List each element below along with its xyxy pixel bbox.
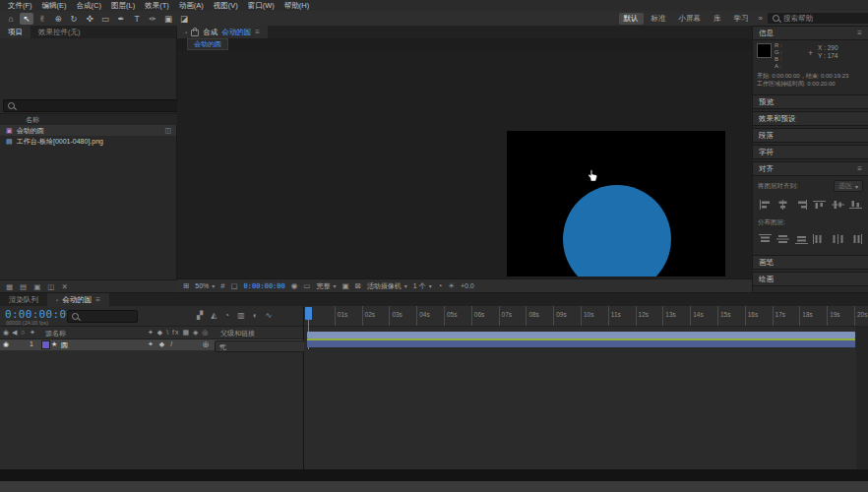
pixel-aspect-icon[interactable]: ◔: [438, 281, 443, 290]
mask-visibility-icon[interactable]: #: [220, 281, 224, 290]
camera-select[interactable]: 活动摄像机▾: [367, 281, 407, 291]
grid-options-icon[interactable]: ⊞: [183, 281, 189, 290]
eraser-tool-icon[interactable]: ◪: [177, 13, 191, 25]
align-panel-header[interactable]: 对齐 ≡: [753, 161, 868, 176]
trash-icon[interactable]: ✕: [61, 282, 67, 291]
workspace-tab[interactable]: 学习: [729, 13, 754, 25]
workspace-tab[interactable]: 标准: [647, 13, 671, 25]
menu-item[interactable]: 效果(T): [140, 1, 174, 11]
workspace-overflow-icon[interactable]: »: [759, 14, 763, 23]
tab-composition[interactable]: ▪ 合成 会动的圆 ≡: [177, 26, 268, 38]
align-left-icon[interactable]: [759, 196, 772, 214]
transparency-grid-icon[interactable]: ⊠: [355, 281, 361, 290]
viewer-timecode[interactable]: 0:00:00:00: [244, 282, 285, 290]
align-right-icon[interactable]: [795, 196, 808, 214]
help-search-input[interactable]: 搜索帮助: [768, 13, 868, 24]
distribute-left-icon[interactable]: [813, 230, 826, 248]
shy-icon[interactable]: ◔: [224, 311, 229, 320]
align-horizontal-center-icon[interactable]: [776, 196, 789, 214]
distribute-top-icon[interactable]: [759, 230, 772, 248]
distribute-vertical-center-icon[interactable]: [776, 230, 789, 248]
frame-blend-icon[interactable]: ▥: [237, 311, 245, 320]
panel-header[interactable]: 效果和预设: [753, 111, 868, 126]
composition-viewport[interactable]: [177, 50, 752, 279]
zoom-select[interactable]: 50%▾: [195, 282, 215, 289]
mini-flowchart-icon[interactable]: ▞: [197, 311, 203, 320]
menu-item[interactable]: 视图(V): [209, 1, 243, 11]
distribute-bottom-icon[interactable]: [795, 230, 808, 248]
zoom-tool-icon[interactable]: ⊕: [51, 13, 65, 25]
parent-link-column[interactable]: 父级和链接: [220, 329, 255, 338]
panel-menu-icon[interactable]: ≡: [857, 164, 862, 173]
project-item[interactable]: 工作台-板绘[0001-0480].png: [0, 136, 176, 147]
menu-item[interactable]: 图层(L): [106, 1, 140, 11]
layer-label-chip[interactable]: [41, 340, 50, 349]
comp-view-tab[interactable]: 会动的圆: [187, 38, 228, 50]
project-item[interactable]: 会动的圆: [0, 125, 176, 136]
roi-icon[interactable]: ▣: [341, 281, 348, 290]
color-depth-icon[interactable]: ◫: [47, 282, 54, 291]
project-search-input[interactable]: [3, 99, 180, 112]
hand-tool-icon[interactable]: ✌: [35, 13, 49, 25]
layer-name[interactable]: 圆: [61, 340, 68, 350]
draft-3d-icon[interactable]: ◭: [211, 311, 217, 320]
panel-header[interactable]: 字符: [753, 145, 868, 159]
tab-render-queue[interactable]: 渲染队列: [0, 293, 47, 306]
workspace-tab[interactable]: 库: [709, 13, 726, 25]
pickwhip-icon[interactable]: ◎: [203, 340, 209, 348]
menu-item[interactable]: 合成(C): [72, 1, 106, 11]
show-snapshot-icon[interactable]: ▭: [303, 281, 310, 290]
type-tool-icon[interactable]: T: [130, 13, 144, 25]
layer-switches[interactable]: ✦ ◆ /: [148, 340, 174, 348]
brush-tool-icon[interactable]: ✑: [146, 13, 159, 25]
snapshot-icon[interactable]: ◉: [291, 281, 298, 290]
align-vertical-center-icon[interactable]: [832, 196, 844, 214]
menu-item[interactable]: 帮助(H): [279, 1, 314, 11]
shape-tool-icon[interactable]: ▭: [98, 13, 112, 25]
layer-visibility-icon[interactable]: ◉: [3, 340, 9, 348]
workspace-tab[interactable]: 默认: [619, 13, 644, 25]
source-name-column[interactable]: 源名称: [45, 329, 66, 338]
align-top-icon[interactable]: [813, 196, 826, 214]
panel-header[interactable]: 预览: [753, 94, 868, 109]
distribute-right-icon[interactable]: [849, 230, 862, 248]
menu-item[interactable]: 编辑(E): [37, 1, 72, 11]
work-area-bar[interactable]: [307, 332, 855, 338]
panel-menu-icon[interactable]: ≡: [857, 29, 862, 37]
timeline-search-input[interactable]: [67, 310, 138, 323]
panel-header[interactable]: 画笔: [753, 255, 868, 270]
blue-circle-shape[interactable]: [563, 185, 671, 277]
menu-item[interactable]: 文件(F): [3, 1, 37, 11]
align-to-select[interactable]: 选区▾: [834, 180, 863, 192]
panel-menu-icon[interactable]: ≡: [255, 28, 260, 36]
new-composition-icon[interactable]: ▣: [33, 282, 40, 291]
panel-menu-icon[interactable]: ≡: [95, 295, 100, 304]
menu-item[interactable]: 动画(A): [174, 1, 209, 11]
tab-effect-controls[interactable]: 效果控件(无): [31, 26, 89, 38]
tab-project[interactable]: 项目: [0, 26, 31, 38]
layer-row[interactable]: ◉ 1 ★ 圆 ✦ ◆ / ◎ 无▾: [0, 339, 303, 350]
parent-select[interactable]: 无▾: [215, 340, 305, 352]
panel-header[interactable]: 绘画: [753, 272, 868, 286]
tab-comp-timeline[interactable]: ▪ 会动的圆 ≡: [47, 293, 109, 306]
align-bottom-icon[interactable]: [849, 196, 862, 214]
graph-editor-icon[interactable]: ∿: [266, 311, 273, 320]
clone-stamp-tool-icon[interactable]: ▣: [161, 13, 175, 25]
home-icon[interactable]: ⌂: [4, 13, 18, 25]
info-panel-header[interactable]: 信息 ≡: [753, 26, 868, 40]
region-of-interest-icon[interactable]: ▢: [231, 281, 238, 290]
layer-duration-bar[interactable]: [307, 340, 855, 347]
distribute-horizontal-center-icon[interactable]: [832, 230, 844, 248]
timeline-ruler[interactable]: 01s02s03s04s05s06s07s08s09s10s11s12s13s1…: [304, 306, 868, 327]
menu-item[interactable]: 窗口(W): [243, 1, 279, 11]
pan-behind-tool-icon[interactable]: ✜: [83, 13, 96, 25]
pen-tool-icon[interactable]: ✒: [114, 13, 128, 25]
panel-header[interactable]: 段落: [753, 128, 868, 143]
current-time-indicator[interactable]: [305, 307, 312, 320]
resolution-select[interactable]: 完整▾: [316, 281, 336, 291]
exposure-icon[interactable]: ☀: [448, 281, 455, 290]
selection-tool-icon[interactable]: ↖: [20, 13, 33, 25]
workspace-tab[interactable]: 小屏幕: [674, 13, 707, 25]
interpret-footage-icon[interactable]: ▦: [6, 282, 13, 291]
lock-icon[interactable]: [191, 30, 199, 36]
